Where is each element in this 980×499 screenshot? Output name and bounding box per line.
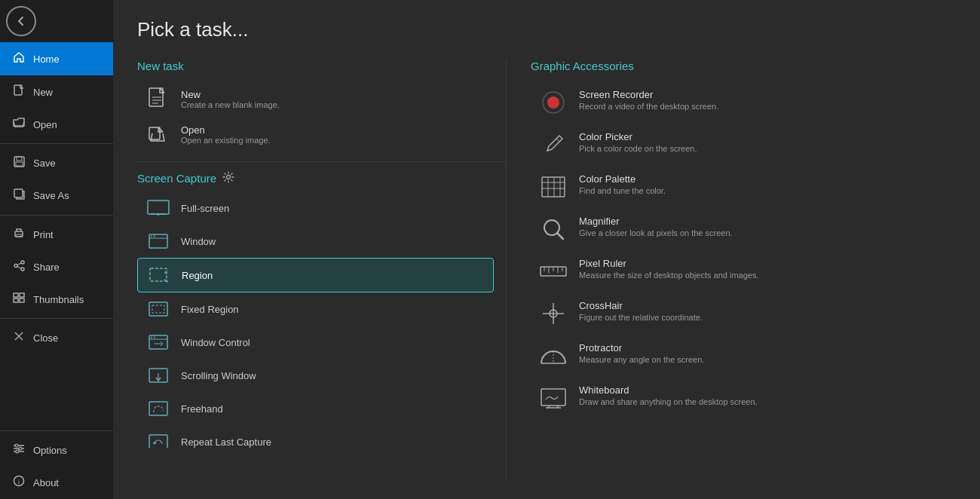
capture-item-scrolling-window[interactable]: Scrolling Window (137, 359, 494, 392)
svg-point-37 (151, 236, 152, 237)
magnifier-label: Magnifier (579, 216, 733, 227)
freehand-icon (146, 400, 170, 418)
sidebar-item-options[interactable]: Options (0, 434, 113, 466)
svg-rect-4 (14, 189, 23, 197)
svg-point-47 (154, 337, 155, 338)
sidebar-item-save[interactable]: Save (0, 147, 113, 179)
whiteboard-label: Whiteboard (579, 384, 758, 396)
svg-text:+: + (164, 269, 167, 277)
svg-rect-15 (20, 298, 24, 302)
capture-item-fixed-region[interactable]: Fixed Region (137, 292, 494, 326)
pixel-ruler-desc: Measure the size of desktop objects and … (579, 271, 758, 280)
color-picker-desc: Pick a color code on the screen. (579, 144, 697, 153)
graphic-item-magnifier[interactable]: Magnifier Give a closer look at pixels o… (531, 208, 956, 250)
save-icon (12, 156, 26, 170)
close-icon (12, 331, 26, 344)
sidebar-divider-2 (0, 215, 113, 216)
svg-text:i: i (18, 478, 20, 485)
whiteboard-icon (540, 384, 567, 412)
sidebar-spacer (0, 354, 113, 427)
sidebar-item-open[interactable]: Open (0, 109, 113, 140)
whiteboard-info: Whiteboard Draw and share anything on th… (579, 384, 758, 406)
window-capture-icon (146, 232, 170, 250)
magnifier-icon (540, 216, 567, 243)
sidebar-item-open-label: Open (33, 119, 57, 130)
capture-item-full-screen[interactable]: Full-screen (137, 191, 494, 225)
svg-rect-12 (14, 293, 18, 297)
graphic-item-color-picker[interactable]: Color Picker Pick a color code on the sc… (531, 124, 956, 166)
scrolling-window-label: Scrolling Window (181, 370, 256, 381)
svg-point-38 (154, 236, 155, 237)
screen-recorder-label: Screen Recorder (579, 89, 718, 100)
print-icon (12, 228, 26, 242)
protractor-label: Protractor (579, 342, 704, 354)
svg-rect-3 (16, 162, 23, 166)
new-task-item-open[interactable]: Open Open an existing image. (137, 117, 506, 152)
sidebar-divider-1 (0, 143, 113, 144)
screen-capture-settings-icon[interactable] (222, 171, 234, 185)
sidebar-item-close-label: Close (33, 332, 58, 344)
save-as-icon (12, 188, 26, 203)
capture-item-window[interactable]: Window (137, 225, 494, 258)
window-label: Window (181, 236, 216, 247)
sidebar-item-thumbnails[interactable]: Thumbnails (0, 283, 113, 315)
repeat-last-capture-icon (146, 433, 170, 448)
color-palette-label: Color Palette (579, 173, 666, 185)
svg-point-8 (14, 265, 17, 268)
back-button[interactable] (6, 6, 36, 36)
capture-item-window-control[interactable]: Window Control (137, 326, 494, 359)
sidebar-item-print[interactable]: Print (0, 219, 113, 251)
svg-point-7 (21, 261, 24, 264)
window-control-icon (146, 333, 170, 351)
sidebar-item-about[interactable]: i About (0, 466, 113, 499)
graphic-accessories-title: Graphic Accessories (531, 60, 956, 72)
capture-item-freehand[interactable]: Freehand (137, 392, 494, 425)
graphic-item-pixel-ruler[interactable]: Pixel Ruler Measure the size of desktop … (531, 250, 956, 292)
screen-recorder-icon (540, 89, 567, 116)
sidebar-item-home-label: Home (33, 54, 60, 65)
new-task-label: New (181, 89, 280, 100)
graphic-item-screen-recorder[interactable]: Screen Recorder Record a video of the de… (531, 81, 956, 124)
capture-item-repeat-last[interactable]: Repeat Last Capture (137, 425, 494, 448)
new-task-list: New Create a new blank image. (137, 81, 506, 152)
sidebar-item-share[interactable]: Share (0, 251, 113, 283)
svg-rect-32 (148, 201, 169, 214)
screen-capture-title: Screen Capture (137, 172, 216, 185)
full-screen-label: Full-screen (181, 203, 229, 214)
color-palette-info: Color Palette Find and tune the color. (579, 173, 666, 195)
svg-rect-56 (542, 177, 565, 197)
whiteboard-desc: Draw and share anything on the desktop s… (579, 397, 758, 406)
sidebar-item-save-as[interactable]: Save As (0, 179, 113, 212)
home-icon (12, 51, 26, 66)
graphic-item-whiteboard[interactable]: Whiteboard Draw and share anything on th… (531, 377, 956, 419)
crosshair-desc: Figure out the relative coordinate. (579, 313, 703, 322)
sidebar-item-close[interactable]: Close (0, 322, 113, 354)
graphic-item-color-palette[interactable]: Color Palette Find and tune the color. (531, 166, 956, 208)
fixed-region-icon (146, 300, 170, 318)
color-picker-info: Color Picker Pick a color code on the sc… (579, 131, 697, 153)
sidebar-item-home[interactable]: Home (0, 42, 113, 75)
svg-rect-6 (17, 234, 21, 237)
graphic-item-crosshair[interactable]: CrossHair Figure out the relative coordi… (531, 292, 956, 335)
pixel-ruler-label: Pixel Ruler (579, 258, 758, 269)
svg-point-21 (15, 444, 18, 447)
magnifier-desc: Give a closer look at pixels on the scre… (579, 228, 733, 237)
sidebar-item-about-label: About (33, 477, 59, 488)
capture-item-region[interactable]: + Region (137, 258, 494, 292)
new-file-icon (12, 84, 26, 99)
new-file-task-icon (146, 90, 170, 109)
region-label: Region (182, 270, 213, 281)
graphic-item-protractor[interactable]: Protractor Measure any angle on the scre… (531, 335, 956, 377)
sidebar-divider-4 (0, 430, 113, 431)
right-panel: Graphic Accessories Screen Recorder Reco… (507, 60, 956, 481)
options-icon (12, 443, 26, 457)
sidebar-item-new[interactable]: New (0, 75, 113, 109)
freehand-label: Freehand (181, 403, 223, 415)
new-task-item-new[interactable]: New Create a new blank image. (137, 81, 506, 117)
crosshair-label: CrossHair (579, 300, 703, 311)
crosshair-info: CrossHair Figure out the relative coordi… (579, 300, 703, 322)
pixel-ruler-icon (540, 258, 567, 285)
screen-recorder-desc: Record a video of the desktop screen. (579, 102, 718, 111)
svg-line-55 (556, 139, 559, 142)
svg-point-31 (227, 176, 231, 179)
